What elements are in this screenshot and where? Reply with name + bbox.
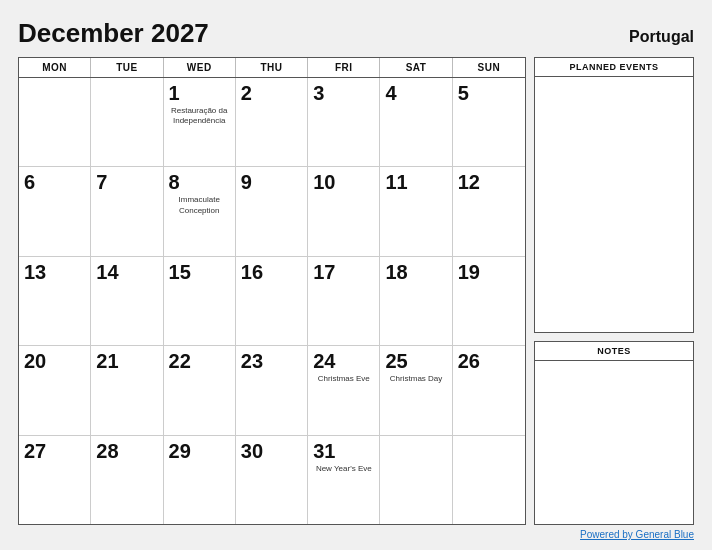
- day-number: 7: [96, 171, 107, 193]
- day-number: 16: [241, 261, 263, 283]
- calendar-cell: 26: [453, 346, 525, 434]
- day-number: 2: [241, 82, 252, 104]
- calendar-cell: 5: [453, 78, 525, 166]
- calendar-cell: 14: [91, 257, 163, 345]
- calendar-cell: 18: [380, 257, 452, 345]
- day-of-week-header: TUE: [91, 58, 163, 77]
- event-label: Christmas Day: [385, 374, 446, 384]
- day-number: 1: [169, 82, 180, 104]
- day-number: 25: [385, 350, 407, 372]
- day-of-week-header: THU: [236, 58, 308, 77]
- day-number: 27: [24, 440, 46, 462]
- day-number: 28: [96, 440, 118, 462]
- day-number: 4: [385, 82, 396, 104]
- day-of-week-header: MON: [19, 58, 91, 77]
- calendar-cell: 15: [164, 257, 236, 345]
- day-number: 18: [385, 261, 407, 283]
- day-number: 11: [385, 171, 407, 193]
- calendar-cell: [19, 78, 91, 166]
- country-label: Portugal: [629, 28, 694, 46]
- calendar-cell: 23: [236, 346, 308, 434]
- calendar-cell: 7: [91, 167, 163, 255]
- day-number: 22: [169, 350, 191, 372]
- page: December 2027 Portugal MONTUEWEDTHUFRISA…: [0, 0, 712, 550]
- calendar-week: 1Restauração da Independência2345: [19, 78, 525, 167]
- calendar-cell: 6: [19, 167, 91, 255]
- day-number: 26: [458, 350, 480, 372]
- page-title: December 2027: [18, 18, 209, 49]
- calendar-week: 2728293031New Year's Eve: [19, 436, 525, 524]
- calendar-cell: 12: [453, 167, 525, 255]
- day-number: 14: [96, 261, 118, 283]
- day-of-week-header: SUN: [453, 58, 525, 77]
- calendar-cell: 25Christmas Day: [380, 346, 452, 434]
- day-number: 21: [96, 350, 118, 372]
- calendar-cell: 20: [19, 346, 91, 434]
- calendar-week: 678Immaculate Conception9101112: [19, 167, 525, 256]
- calendar-cell: 28: [91, 436, 163, 524]
- calendar-cell: 2: [236, 78, 308, 166]
- day-number: 13: [24, 261, 46, 283]
- calendar: MONTUEWEDTHUFRISATSUN 1Restauração da In…: [18, 57, 526, 525]
- main-area: MONTUEWEDTHUFRISATSUN 1Restauração da In…: [18, 57, 694, 525]
- calendar-cell: 21: [91, 346, 163, 434]
- day-number: 12: [458, 171, 480, 193]
- day-number: 19: [458, 261, 480, 283]
- day-number: 30: [241, 440, 263, 462]
- day-of-week-header: WED: [164, 58, 236, 77]
- calendar-header-row: MONTUEWEDTHUFRISATSUN: [19, 58, 525, 78]
- day-number: 8: [169, 171, 180, 193]
- header: December 2027 Portugal: [18, 18, 694, 49]
- event-label: New Year's Eve: [313, 464, 374, 474]
- calendar-cell: [380, 436, 452, 524]
- calendar-cell: 24Christmas Eve: [308, 346, 380, 434]
- calendar-cell: 27: [19, 436, 91, 524]
- notes-title: NOTES: [535, 342, 693, 361]
- calendar-cell: 1Restauração da Independência: [164, 78, 236, 166]
- calendar-cell: 8Immaculate Conception: [164, 167, 236, 255]
- day-number: 6: [24, 171, 35, 193]
- calendar-week: 13141516171819: [19, 257, 525, 346]
- calendar-cell: 19: [453, 257, 525, 345]
- day-number: 24: [313, 350, 335, 372]
- notes-content: [535, 361, 693, 524]
- calendar-cell: 17: [308, 257, 380, 345]
- event-label: Immaculate Conception: [169, 195, 230, 216]
- day-number: 10: [313, 171, 335, 193]
- sidebar: PLANNED EVENTS NOTES: [534, 57, 694, 525]
- calendar-cell: 16: [236, 257, 308, 345]
- calendar-cell: 11: [380, 167, 452, 255]
- event-label: Christmas Eve: [313, 374, 374, 384]
- day-number: 9: [241, 171, 252, 193]
- notes-box: NOTES: [534, 341, 694, 525]
- day-of-week-header: SAT: [380, 58, 452, 77]
- calendar-cell: 9: [236, 167, 308, 255]
- calendar-cell: 29: [164, 436, 236, 524]
- planned-events-content: [535, 77, 693, 332]
- day-number: 23: [241, 350, 263, 372]
- day-number: 3: [313, 82, 324, 104]
- calendar-cell: 22: [164, 346, 236, 434]
- calendar-cell: [453, 436, 525, 524]
- day-number: 15: [169, 261, 191, 283]
- calendar-cell: 31New Year's Eve: [308, 436, 380, 524]
- day-of-week-header: FRI: [308, 58, 380, 77]
- day-number: 17: [313, 261, 335, 283]
- day-number: 31: [313, 440, 335, 462]
- calendar-body: 1Restauração da Independência2345678Imma…: [19, 78, 525, 524]
- calendar-cell: 13: [19, 257, 91, 345]
- calendar-week: 2021222324Christmas Eve25Christmas Day26: [19, 346, 525, 435]
- planned-events-box: PLANNED EVENTS: [534, 57, 694, 333]
- footer: Powered by General Blue: [18, 525, 694, 540]
- day-number: 20: [24, 350, 46, 372]
- event-label: Restauração da Independência: [169, 106, 230, 127]
- calendar-cell: 10: [308, 167, 380, 255]
- day-number: 29: [169, 440, 191, 462]
- calendar-cell: 3: [308, 78, 380, 166]
- planned-events-title: PLANNED EVENTS: [535, 58, 693, 77]
- calendar-cell: 30: [236, 436, 308, 524]
- calendar-cell: [91, 78, 163, 166]
- powered-by-link[interactable]: Powered by General Blue: [580, 529, 694, 540]
- calendar-cell: 4: [380, 78, 452, 166]
- day-number: 5: [458, 82, 469, 104]
